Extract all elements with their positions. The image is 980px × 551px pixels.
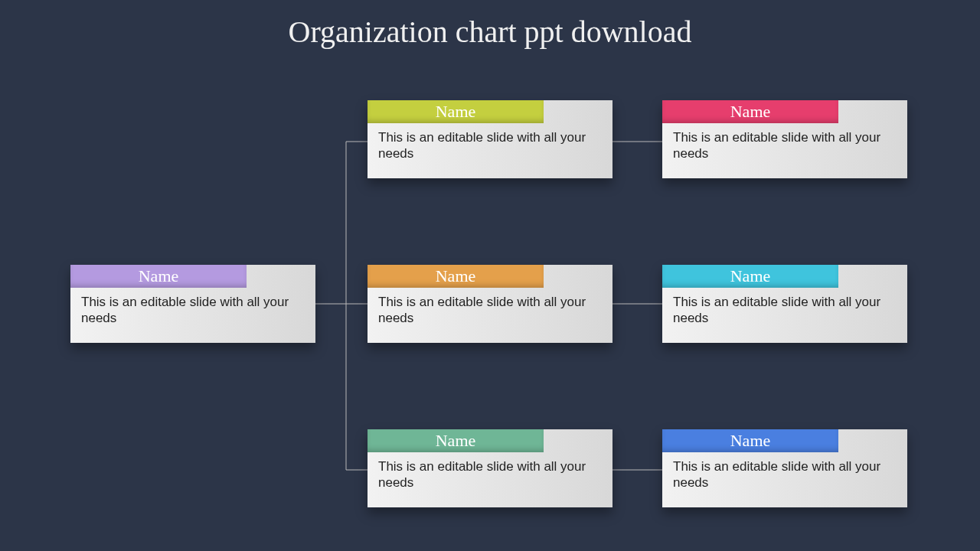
- org-node-desc: This is an editable slide with all your …: [673, 129, 897, 162]
- org-node-mid-2: Name This is an editable slide with all …: [368, 429, 612, 507]
- org-node-desc: This is an editable slide with all your …: [673, 294, 897, 327]
- org-node-mid-1: Name This is an editable slide with all …: [368, 265, 612, 343]
- org-node-desc: This is an editable slide with all your …: [378, 458, 602, 491]
- org-node-desc: This is an editable slide with all your …: [81, 294, 305, 327]
- page-title: Organization chart ppt download: [0, 14, 980, 50]
- org-node-desc: This is an editable slide with all your …: [378, 129, 602, 162]
- org-node-root: Name This is an editable slide with all …: [70, 265, 315, 343]
- org-node-right-1: Name This is an editable slide with all …: [662, 265, 907, 343]
- org-node-header: Name: [70, 265, 247, 288]
- org-node-desc: This is an editable slide with all your …: [673, 458, 897, 491]
- org-node-header: Name: [662, 265, 838, 288]
- org-node-header: Name: [368, 100, 544, 123]
- org-node-header: Name: [662, 429, 838, 452]
- org-node-desc: This is an editable slide with all your …: [378, 294, 602, 327]
- org-node-header: Name: [368, 265, 544, 288]
- org-node-header: Name: [662, 100, 838, 123]
- org-node-right-0: Name This is an editable slide with all …: [662, 100, 907, 178]
- org-node-right-2: Name This is an editable slide with all …: [662, 429, 907, 507]
- org-node-header: Name: [368, 429, 544, 452]
- org-node-mid-0: Name This is an editable slide with all …: [368, 100, 612, 178]
